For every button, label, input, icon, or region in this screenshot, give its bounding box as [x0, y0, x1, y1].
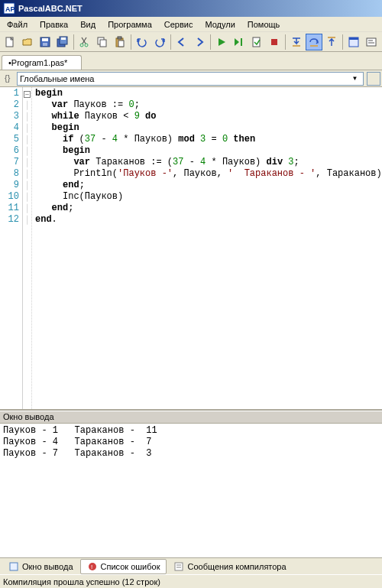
fold-marker: │	[23, 157, 31, 168]
tab-compiler[interactable]: Сообщения компилятора	[167, 559, 293, 574]
svg-rect-18	[271, 39, 277, 45]
open-file-icon[interactable]	[19, 34, 36, 50]
svg-rect-24	[367, 38, 376, 46]
tab-output[interactable]: Окно вывода	[2, 559, 80, 574]
menu-file[interactable]: Файл	[2, 18, 33, 31]
output-panel-header: Окно вывода	[0, 411, 382, 424]
output-panel[interactable]: Пауков - 1 Тараканов - 11Пауков - 4 Тара…	[0, 424, 382, 557]
svg-rect-28	[10, 563, 18, 570]
menubar: Файл Правка Вид Программа Сервис Модули …	[0, 17, 382, 32]
toolbar-separator	[131, 34, 131, 50]
menu-program[interactable]: Программа	[102, 18, 157, 31]
nav-forward-icon[interactable]	[191, 34, 208, 50]
code-line[interactable]: var Пауков := 0;	[35, 99, 382, 111]
code-line[interactable]: begin	[35, 122, 382, 134]
nav-back-icon[interactable]	[173, 34, 190, 50]
fold-marker: │	[23, 168, 31, 180]
compile-icon[interactable]	[248, 34, 265, 50]
paste-icon[interactable]	[112, 34, 128, 50]
line-number: 12	[0, 214, 22, 226]
svg-rect-23	[349, 37, 358, 40]
code-line[interactable]: while Пауков < 9 do	[35, 111, 382, 122]
fold-marker: │	[23, 122, 31, 134]
form-designer-icon[interactable]	[345, 34, 362, 50]
step-over-icon[interactable]	[306, 34, 322, 50]
chevron-down-icon: ▼	[349, 75, 361, 82]
line-number: 10	[0, 191, 22, 203]
fold-marker: │	[23, 203, 31, 214]
step-out-icon[interactable]	[323, 34, 340, 50]
code-line[interactable]: end;	[35, 180, 382, 191]
code-line[interactable]: end;	[35, 203, 382, 214]
fold-marker: │	[23, 111, 31, 122]
svg-rect-12	[100, 40, 106, 47]
code-area[interactable]: begin var Пауков := 0; while Пауков < 9 …	[32, 87, 382, 409]
code-line[interactable]: var Тараканов := (37 - 4 * Пауков) div 3…	[35, 157, 382, 168]
compiler-tab-icon	[173, 561, 184, 572]
scope-side-button[interactable]	[367, 72, 380, 86]
toolbar	[0, 32, 382, 52]
new-file-icon[interactable]	[2, 34, 18, 50]
run-icon[interactable]	[213, 34, 230, 50]
undo-icon[interactable]	[134, 34, 151, 50]
svg-rect-19	[293, 45, 300, 47]
redo-icon[interactable]	[151, 34, 168, 50]
line-number: 2	[0, 99, 22, 111]
svg-rect-4	[42, 38, 48, 41]
line-number: 8	[0, 168, 22, 180]
toolbar-separator	[210, 34, 211, 50]
fold-marker: │	[23, 180, 31, 191]
code-line[interactable]: Println('Пауков -', Пауков, ' Тараканов …	[35, 168, 382, 180]
step-into-icon[interactable]	[288, 34, 305, 50]
line-number: 3	[0, 111, 22, 122]
output-line: Пауков - 7 Тараканов - 3	[3, 448, 379, 460]
stop-icon[interactable]	[266, 34, 283, 50]
cut-icon[interactable]	[76, 34, 93, 50]
app-icon: AP	[3, 2, 15, 15]
toolbar-separator	[73, 34, 74, 50]
svg-rect-5	[43, 43, 47, 46]
code-editor[interactable]: 123456789101112 −│││││││││││ begin var П…	[0, 87, 382, 411]
svg-rect-8	[61, 37, 66, 40]
line-number: 4	[0, 122, 22, 134]
code-completion-icon[interactable]	[363, 34, 380, 50]
fold-marker: │	[23, 134, 31, 145]
menu-view[interactable]: Вид	[75, 18, 101, 31]
svg-rect-21	[328, 37, 335, 38]
code-line[interactable]: begin	[35, 145, 382, 157]
code-line[interactable]: Inc(Пауков)	[35, 191, 382, 203]
file-tab-strip: •Program1.pas*	[0, 52, 382, 70]
save-all-icon[interactable]	[54, 34, 71, 50]
fold-marker: │	[23, 145, 31, 157]
fold-marker: │	[23, 99, 31, 111]
menu-service[interactable]: Сервис	[159, 18, 199, 31]
svg-text:!: !	[91, 564, 92, 570]
svg-point-10	[85, 44, 88, 47]
svg-rect-20	[310, 45, 318, 47]
bottom-tabs: Окно вывода ! Список ошибок Сообщения ко…	[0, 557, 382, 574]
code-line[interactable]: if (37 - 4 * Пауков) mod 3 = 0 then	[35, 134, 382, 145]
svg-text:{}: {}	[5, 73, 11, 83]
svg-point-9	[80, 44, 83, 47]
line-number: 5	[0, 134, 22, 145]
fold-marker[interactable]: −	[23, 88, 31, 99]
tab-errors[interactable]: ! Список ошибок	[80, 559, 167, 574]
copy-icon[interactable]	[94, 34, 111, 50]
line-number: 11	[0, 203, 22, 214]
status-text: Компиляция прошла успешно (12 строк)	[3, 577, 160, 586]
save-icon[interactable]	[37, 34, 53, 50]
menu-help[interactable]: Помощь	[242, 18, 286, 31]
fold-column: −│││││││││││	[23, 87, 32, 409]
menu-edit[interactable]: Правка	[34, 18, 73, 31]
toolbar-separator	[170, 34, 171, 50]
file-tab-active[interactable]: •Program1.pas*	[2, 55, 82, 70]
code-line[interactable]: end.	[35, 214, 382, 226]
errors-tab-icon: !	[87, 561, 98, 572]
line-number: 9	[0, 180, 22, 191]
line-number-gutter: 123456789101112	[0, 87, 23, 409]
scope-dropdown[interactable]: Глобальные имена ▼	[17, 72, 364, 86]
code-line[interactable]: begin	[35, 88, 382, 99]
output-tab-icon	[8, 561, 19, 572]
menu-modules[interactable]: Модули	[199, 18, 240, 31]
run-no-debug-icon[interactable]	[231, 34, 248, 50]
